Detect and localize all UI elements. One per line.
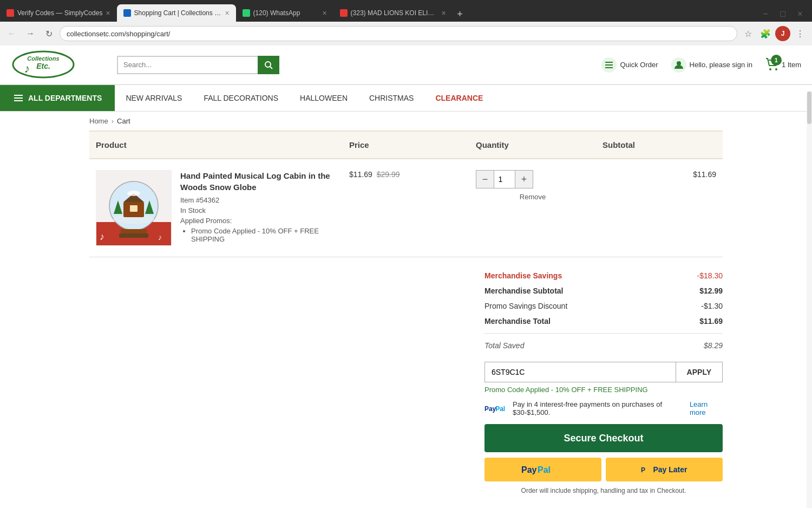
quick-order-action[interactable]: Quick Order <box>601 57 658 73</box>
svg-text:P: P <box>641 466 645 474</box>
header-search <box>117 56 279 74</box>
promo-input-row: APPLY <box>484 362 723 382</box>
svg-rect-8 <box>605 67 613 68</box>
price-current: $11.69 <box>349 170 372 179</box>
product-promos-label: Applied Promos: <box>180 217 336 225</box>
total-saved-value: $8.29 <box>704 341 723 350</box>
tab-bar: Verify Codes — SimplyCodes × Shopping Ca… <box>0 0 812 22</box>
logo[interactable]: Collections Etc. ♪ <box>11 50 76 80</box>
tab4-close-icon[interactable]: × <box>441 9 446 17</box>
nav-item-fall-decorations[interactable]: FALL DECORATIONS <box>204 86 278 110</box>
back-button[interactable]: ← <box>4 26 19 41</box>
tab1-close-icon[interactable]: × <box>106 9 110 17</box>
summary-box: Merchandise Savings -$18.30 Merchandise … <box>484 268 723 494</box>
search-button[interactable] <box>258 56 279 74</box>
header-quantity: Quantity <box>469 138 596 152</box>
scrollbar-thumb[interactable] <box>807 92 811 124</box>
paypal-paylater-icon: P <box>641 465 650 474</box>
svg-text:♪: ♪ <box>100 231 104 242</box>
svg-text:Etc.: Etc. <box>36 62 50 70</box>
list-icon <box>604 60 614 70</box>
secure-checkout-button[interactable]: Secure Checkout <box>484 424 723 452</box>
merchandise-savings-row: Merchandise Savings -$18.30 <box>484 268 723 283</box>
tab3-favicon <box>243 9 250 17</box>
promo-code-input[interactable] <box>484 362 676 382</box>
quick-order-icon <box>601 57 617 73</box>
tab-whatsapp[interactable]: (120) WhatsApp × <box>236 4 333 22</box>
promo-apply-button[interactable]: APPLY <box>676 362 723 382</box>
breadcrumb-home[interactable]: Home <box>89 117 108 125</box>
header-subtotal: Subtotal <box>596 138 723 152</box>
table-row: ♪ ♪ Hand Painted Musical Log Cabin in th… <box>89 159 723 257</box>
remove-item-link[interactable]: Remove <box>476 193 590 201</box>
browser-menu-button[interactable]: ⋮ <box>793 26 808 41</box>
all-departments-menu[interactable]: ALL DEPARTMENTS <box>0 85 115 111</box>
header-actions: Quick Order Hello, please sign in <box>601 57 801 73</box>
scrollbar[interactable] <box>807 91 812 508</box>
tab2-close-icon[interactable]: × <box>225 9 229 17</box>
promo-list: Promo Code Applied - 10% OFF + FREE SHIP… <box>191 227 336 243</box>
product-stock: In Stock <box>180 206 336 214</box>
merchandise-savings-label: Merchandise Savings <box>484 271 562 280</box>
breadcrumb-separator: › <box>112 117 114 125</box>
product-item-number: Item #54362 <box>180 196 336 204</box>
bookmark-button[interactable]: ☆ <box>741 26 756 41</box>
promo-item: Promo Code Applied - 10% OFF + FREE SHIP… <box>191 227 336 243</box>
tab-shopping-cart[interactable]: Shopping Cart | Collections Etc. × <box>117 4 236 22</box>
quantity-increase-button[interactable]: + <box>515 171 533 188</box>
product-cell: ♪ ♪ Hand Painted Musical Log Cabin in th… <box>89 170 343 246</box>
tab4-label: (323) MAD LIONS KOI ELIM... <box>351 9 438 17</box>
nav-item-halloween[interactable]: HALLOWEEN <box>300 86 348 110</box>
minimize-button[interactable]: − <box>758 6 773 22</box>
header-product: Product <box>89 138 343 152</box>
product-details: Hand Painted Musical Log Cabin in the Wo… <box>180 170 336 246</box>
nav-item-christmas[interactable]: CHRISTMAS <box>369 86 414 110</box>
cart-content: Product Price Quantity Subtotal <box>0 131 812 508</box>
pay-later-button[interactable]: P Pay Later <box>606 458 723 481</box>
svg-line-5 <box>270 67 272 69</box>
forward-button[interactable]: → <box>23 26 38 41</box>
pay-later-label: Pay Later <box>653 465 687 474</box>
sign-in-action[interactable]: Hello, please sign in <box>671 57 752 73</box>
svg-text:Pal: Pal <box>538 465 551 474</box>
paypal-button[interactable]: Pay Pal <box>484 458 601 481</box>
summary-divider <box>484 333 723 334</box>
search-input[interactable] <box>117 56 258 74</box>
paypal-learn-more-link[interactable]: Learn more <box>690 400 723 416</box>
paypal-button-logo: Pay Pal <box>521 464 565 476</box>
promo-savings-value: -$1.30 <box>701 302 723 310</box>
quantity-stepper: − + <box>476 170 533 188</box>
svg-text:Pay: Pay <box>484 405 496 413</box>
total-saved-label: Total Saved <box>484 341 524 350</box>
tab-mad-lions[interactable]: (323) MAD LIONS KOI ELIM... × <box>333 4 453 22</box>
menu-icon <box>13 93 24 103</box>
all-departments-label: ALL DEPARTMENTS <box>28 94 102 102</box>
svg-text:♪: ♪ <box>24 62 30 75</box>
quantity-decrease-button[interactable]: − <box>476 171 494 188</box>
tab3-label: (120) WhatsApp <box>253 9 319 17</box>
svg-point-11 <box>775 68 777 70</box>
profile-button[interactable]: J <box>775 26 790 41</box>
tab3-close-icon[interactable]: × <box>322 9 326 17</box>
total-saved-row: Total Saved $8.29 <box>484 338 723 353</box>
maximize-button[interactable]: □ <box>775 6 790 22</box>
tab-verify-codes[interactable]: Verify Codes — SimplyCodes × <box>0 4 117 22</box>
cart-action[interactable]: 1 1 Item <box>765 57 801 73</box>
cart-label: 1 Item <box>782 61 801 69</box>
new-tab-button[interactable]: + <box>453 6 468 22</box>
svg-text:Collections: Collections <box>27 55 59 62</box>
nav-item-clearance[interactable]: CLEARANCE <box>435 86 483 110</box>
paypal-logo-small: Pay Pal <box>484 403 509 413</box>
nav-items: NEW ARRIVALS FALL DECORATIONS HALLOWEEN … <box>115 85 812 111</box>
nav-item-new-arrivals[interactable]: NEW ARRIVALS <box>126 86 182 110</box>
quantity-input[interactable] <box>494 171 515 188</box>
window-close-button[interactable]: × <box>793 6 808 22</box>
quick-order-label: Quick Order <box>620 61 658 69</box>
url-bar[interactable] <box>60 26 737 41</box>
extensions-button[interactable]: 🧩 <box>758 26 773 41</box>
merchandise-subtotal-value: $12.99 <box>699 286 723 295</box>
refresh-button[interactable]: ↻ <box>41 26 56 41</box>
svg-rect-28 <box>119 233 148 238</box>
svg-text:Pay: Pay <box>521 465 537 474</box>
cart-table-header: Product Price Quantity Subtotal <box>89 131 723 159</box>
